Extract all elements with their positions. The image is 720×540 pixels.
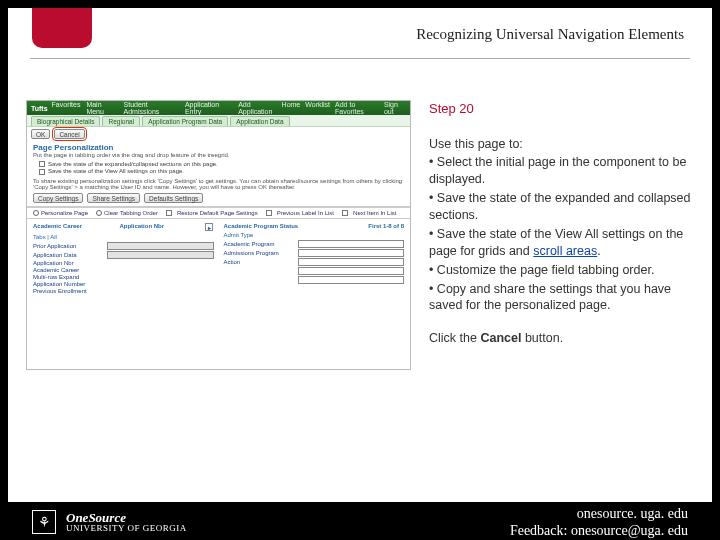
row-label: Application Nbr (33, 260, 103, 266)
share-settings-button[interactable]: Share Settings (87, 193, 140, 203)
nav-item[interactable]: Add Application (238, 101, 281, 115)
grid-option[interactable]: Clear Tabbing Order (96, 210, 158, 216)
bullet-text: Copy and share the settings that you hav… (429, 282, 671, 313)
ok-button[interactable]: OK (31, 129, 50, 139)
data-row: Application Data (33, 251, 214, 259)
data-row: Action (224, 258, 405, 266)
uga-seal-icon: ⚘ (32, 510, 56, 534)
heading-text: Academic Career (33, 223, 82, 231)
data-row (224, 276, 405, 284)
checkbox-icon (166, 210, 172, 216)
row-label: Application Number (33, 281, 103, 287)
grid-label: Personalize Page (41, 210, 88, 216)
grid-option[interactable]: Personalize Page (33, 210, 88, 216)
checkbox-row[interactable]: Save the state of the expanded/collapsed… (39, 161, 398, 167)
screenshot-column: Tufts Favorites Main Menu Student Admiss… (26, 100, 411, 484)
bullet-text: Save the state of the expanded and colla… (429, 191, 691, 222)
footer-url: onesource. uga. edu (510, 505, 688, 523)
click-target: Cancel (480, 331, 521, 345)
slide: Recognizing Universal Navigation Element… (8, 8, 712, 502)
tab[interactable]: Application Program Data (142, 116, 228, 126)
bullet-text: Select the initial page in the component… (429, 155, 686, 186)
bullet-item: • Save the state of the expanded and col… (429, 190, 694, 224)
row-label: Multi-row Expand (33, 274, 103, 280)
app-header-right: Home Worklist Add to Favorites Sign out (282, 101, 406, 115)
input-field[interactable] (298, 249, 405, 257)
row-label: Previous Enrollment (33, 288, 103, 294)
grid-label: Next Item In List (353, 210, 396, 216)
left-data-block: Academic Career Application Nbr ▸ Tabs |… (33, 223, 214, 295)
app-screenshot: Tufts Favorites Main Menu Student Admiss… (26, 100, 411, 370)
grid-option[interactable]: Restore Default Page Settings (166, 210, 258, 216)
default-settings-button[interactable]: Defaults Settings (144, 193, 203, 203)
nav-item[interactable]: Favorites (52, 101, 81, 115)
grid-option[interactable]: Previous Label In List (266, 210, 334, 216)
checkbox-icon (342, 210, 348, 216)
row-label: Academic Career (33, 267, 103, 273)
data-row: Multi-row Expand (33, 274, 214, 280)
grid-label: Clear Tabbing Order (104, 210, 158, 216)
input-field[interactable] (107, 242, 214, 250)
click-suffix: button. (521, 331, 563, 345)
intro-line: Use this page to: (429, 136, 694, 153)
seal-glyph: ⚘ (38, 514, 51, 531)
data-row: Academic Program (224, 240, 405, 248)
data-row: Previous Enrollment (33, 288, 214, 294)
app-intro2: To share existing personalization settin… (27, 178, 410, 190)
data-row: Admissions Program (224, 249, 405, 257)
copy-settings-button[interactable]: Copy Settings (33, 193, 83, 203)
row-label: Admissions Program (224, 250, 294, 256)
input-field[interactable] (298, 267, 405, 275)
step-label: Step 20 (429, 100, 694, 118)
nav-item[interactable]: Student Admissions (124, 101, 179, 115)
checkbox-label: Save the state of the expanded/collapsed… (48, 161, 218, 167)
tab[interactable]: Application Data (230, 116, 289, 126)
dual-column: Academic Career Application Nbr ▸ Tabs |… (27, 219, 410, 295)
checkbox-icon (39, 161, 45, 167)
divider (30, 58, 690, 59)
checkbox-icon (266, 210, 272, 216)
click-instruction: Click the Cancel button. (429, 330, 694, 347)
input-field[interactable] (107, 251, 214, 259)
tab[interactable]: Regional (102, 116, 140, 126)
input-field[interactable] (298, 240, 405, 248)
click-prefix: Click the (429, 331, 480, 345)
nav-item[interactable]: Application Entry (185, 101, 232, 115)
block-heading: Academic Career Application Nbr ▸ (33, 223, 214, 231)
row-label: Application Data (33, 252, 103, 258)
checkbox-icon (39, 169, 45, 175)
checkbox-row[interactable]: Save the state of the View All settings … (39, 168, 398, 174)
heading-right: First 1-8 of 8 (368, 223, 404, 229)
scroll-areas-link[interactable]: scroll areas (533, 244, 597, 258)
data-row: Application Number (33, 281, 214, 287)
bullet-item: • Copy and share the settings that you h… (429, 281, 694, 315)
app-header: Tufts Favorites Main Menu Student Admiss… (27, 101, 410, 115)
app-section-title: Page Personalization (27, 141, 410, 152)
tab[interactable]: Biographical Details (31, 116, 100, 126)
sub-heading: Admit Type (224, 231, 405, 239)
input-field[interactable] (298, 258, 405, 266)
row-label: Action (224, 259, 294, 265)
heading-right: Application Nbr (119, 223, 164, 231)
data-row: Academic Career (33, 267, 214, 273)
grid-label: Previous Label In List (277, 210, 334, 216)
input-field[interactable] (298, 276, 405, 284)
nav-item[interactable]: Main Menu (86, 101, 117, 115)
red-tab-accent (32, 8, 92, 48)
radio-icon (96, 210, 102, 216)
brand-block: OneSource UNIVERSITY OF GEORGIA (66, 511, 187, 533)
app-logo: Tufts (31, 105, 48, 112)
nav-signout[interactable]: Sign out (384, 101, 406, 115)
brand-line2: UNIVERSITY OF GEORGIA (66, 524, 187, 533)
grid-option[interactable]: Next Item In List (342, 210, 396, 216)
heading-text: Academic Program Status (224, 223, 299, 229)
app-tabs: Biographical Details Regional Applicatio… (27, 115, 410, 127)
row-label: Prior Application (33, 243, 103, 249)
app-button-row: OK Cancel (27, 127, 410, 141)
nav-worklist[interactable]: Worklist (305, 101, 330, 115)
nav-favorites[interactable]: Add to Favorites (335, 101, 379, 115)
nav-home[interactable]: Home (282, 101, 301, 115)
checkbox-label: Save the state of the View All settings … (48, 168, 184, 174)
expand-icon[interactable]: ▸ (205, 223, 213, 231)
cancel-button[interactable]: Cancel (54, 129, 84, 139)
